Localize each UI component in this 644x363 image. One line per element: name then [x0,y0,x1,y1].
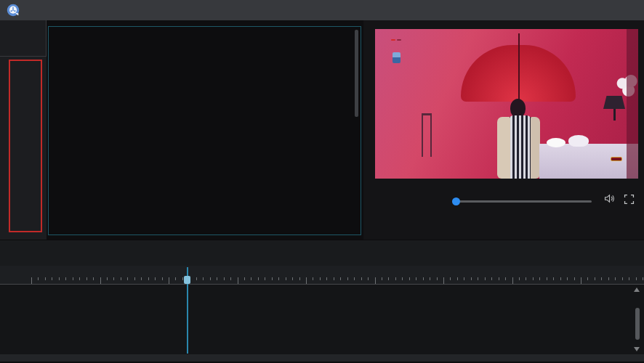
preview-panel [363,20,644,240]
channel-name [397,39,401,41]
timeline-tracks [0,285,644,354]
ruler-major-ticks [31,280,644,284]
video-editor-window [0,0,644,363]
timeline-ruler[interactable] [0,266,644,285]
sidebar-items [0,57,47,62]
seek-thumb[interactable] [452,197,460,205]
fullscreen-button[interactable] [623,193,635,208]
sidebar [0,20,47,240]
premiere-banner [611,157,622,161]
sidebar-top-section [0,20,47,57]
edge-shadow [627,29,638,179]
lamp [603,96,625,109]
seek-track[interactable] [452,200,592,203]
desk [539,144,638,179]
aspect-ratio[interactable] [375,212,380,221]
btv-badge [391,39,395,41]
template-grid [49,27,361,28]
tracks-vertical-scrollbar[interactable] [635,308,640,340]
text-template-panel [48,26,361,235]
template-scrollbar[interactable] [355,30,358,117]
luggage-handle [422,113,432,157]
channel-watermark [391,39,401,41]
actress-coat-left [497,117,510,179]
tracks-scroll-down-arrow[interactable] [634,347,640,351]
lamp-stem [613,109,616,121]
seek-bar[interactable] [452,197,592,205]
bowl [568,135,589,147]
volume-button[interactable] [603,192,616,208]
video-viewport[interactable] [375,29,638,179]
title-bar [0,0,644,20]
tracks-scroll-up-arrow[interactable] [634,287,640,292]
actress-striped-top [508,115,532,179]
playhead-handle[interactable] [184,276,190,284]
channel-subicon [393,52,401,63]
app-logo-icon [7,4,20,17]
template-panel-wrap [47,20,363,240]
toolbar [0,240,644,266]
cloth [547,138,565,147]
